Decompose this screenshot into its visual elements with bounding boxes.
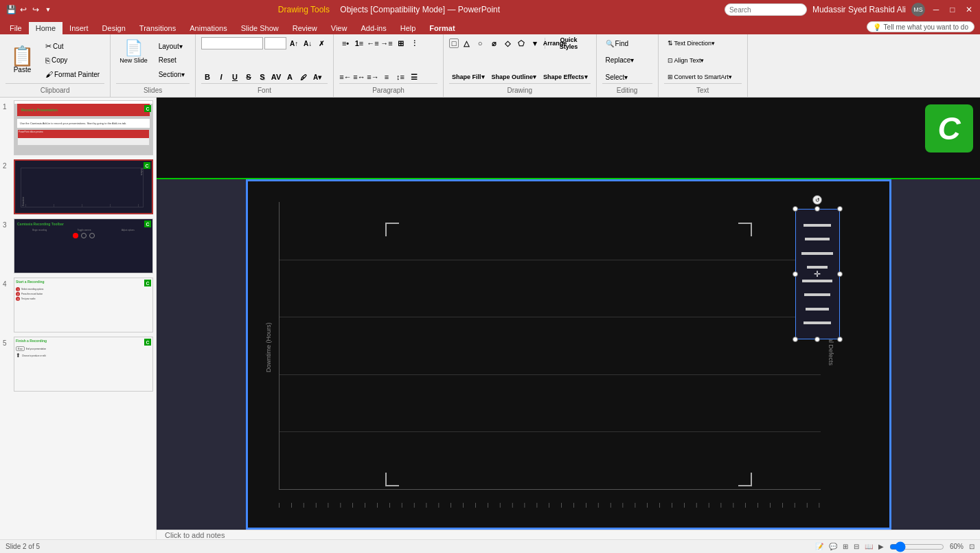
save-icon[interactable]: 💾 <box>5 4 16 15</box>
copy-button[interactable]: ⎘ Copy <box>42 54 103 67</box>
tell-me-box[interactable]: 💡 Tell me what you want to do <box>867 21 975 32</box>
section-button[interactable]: Section ▾ <box>155 68 188 80</box>
status-normal-view[interactable]: ⊞ <box>843 543 848 550</box>
tab-home[interactable]: Home <box>29 22 62 34</box>
shadow-button[interactable]: S <box>256 71 269 83</box>
tab-design[interactable]: Design <box>95 22 133 34</box>
shape-tool-1[interactable]: □ <box>449 38 459 48</box>
font-family-input[interactable] <box>201 37 263 49</box>
format-painter-button[interactable]: 🖌 Format Painter <box>42 68 103 80</box>
handle-tr[interactable] <box>837 206 843 212</box>
close-icon[interactable]: ✕ <box>964 4 975 15</box>
fit-slide-btn[interactable]: ⊡ <box>969 543 975 550</box>
minimize-icon[interactable]: ─ <box>931 4 942 15</box>
tab-addins[interactable]: Add-ins <box>354 22 393 34</box>
paste-button[interactable]: 📋 Paste <box>5 37 39 83</box>
tab-format[interactable]: Format <box>422 22 461 34</box>
handle-mr[interactable] <box>837 271 843 277</box>
reset-button[interactable]: Reset <box>155 54 188 67</box>
increase-indent-btn[interactable]: →≡ <box>380 37 393 49</box>
selected-object-container[interactable]: ↺ <box>795 209 840 339</box>
font-color-btn[interactable]: A <box>284 71 296 83</box>
align-justify-btn[interactable]: ≡ <box>380 71 393 83</box>
find-button[interactable]: 🔍 Find <box>602 37 652 49</box>
font-color-btn2[interactable]: A▾ <box>311 71 323 83</box>
shape-outline-btn[interactable]: Shape Outline▾ <box>489 71 540 83</box>
handle-tc[interactable] <box>814 206 820 212</box>
tab-transitions[interactable]: Transitions <box>133 22 183 34</box>
status-comments-icon[interactable]: 💬 <box>829 543 837 550</box>
tab-review[interactable]: Review <box>286 22 324 34</box>
slide-thumb-1[interactable]: C Record a Presentation Use the Camtasia… <box>14 100 153 155</box>
slide-item-1[interactable]: 1 C Record a Presentation Use the Camtas… <box>3 100 153 155</box>
tab-slideshow[interactable]: Slide Show <box>234 22 286 34</box>
text-direction-btn[interactable]: ⇅ Text Direction▾ <box>664 37 742 49</box>
shape-effects-btn[interactable]: Shape Effects▾ <box>540 71 591 83</box>
slide-item-3[interactable]: 3 C Camtasia Recording Toolbar Begin rec… <box>3 218 153 273</box>
new-slide-button[interactable]: 📄 New Slide <box>116 37 151 66</box>
shape-tool-3[interactable]: ○ <box>474 37 486 49</box>
undo-icon[interactable]: ↩ <box>18 4 29 15</box>
clear-format-btn[interactable]: ✗ <box>315 37 328 49</box>
slide-thumb-3[interactable]: C Camtasia Recording Toolbar Begin recor… <box>14 218 153 273</box>
replace-button[interactable]: Replace ▾ <box>602 54 652 67</box>
status-slide-sorter[interactable]: ⊟ <box>854 543 859 550</box>
status-reading-view[interactable]: 📖 <box>865 543 873 550</box>
align-center-btn[interactable]: ≡↔ <box>353 71 365 83</box>
zoom-slider[interactable] <box>889 541 944 552</box>
font-size-input[interactable]: 8 <box>264 37 286 49</box>
shape-more[interactable]: ▾ <box>529 37 541 49</box>
strikethrough-button[interactable]: S <box>242 71 255 83</box>
handle-tl[interactable] <box>793 206 798 212</box>
slide-thumb-4[interactable]: C Start a Recording 1 Select recording o… <box>14 278 153 332</box>
columns-btn[interactable]: ⋮ <box>408 37 420 49</box>
quick-styles-btn[interactable]: Quick Styles <box>562 37 575 49</box>
cut-button[interactable]: ✂ Cut <box>42 40 103 52</box>
tab-help[interactable]: Help <box>394 22 423 34</box>
char-spacing-btn[interactable]: AV <box>270 71 282 83</box>
shape-fill-btn[interactable]: Shape Fill▾ <box>449 71 488 83</box>
customize-icon[interactable]: ▼ <box>43 4 54 15</box>
align-left-btn[interactable]: ≡← <box>339 71 352 83</box>
tab-insert[interactable]: Insert <box>62 22 95 34</box>
numbering-btn[interactable]: 1≡ <box>353 37 365 49</box>
slide-thumb-2[interactable]: C Downtime Defects | | | | | <box>14 159 153 214</box>
columns2-btn[interactable]: ☰ <box>408 71 420 83</box>
smartart-btn[interactable]: ⊞ <box>394 37 407 49</box>
handle-br[interactable] <box>837 337 843 342</box>
align-right-btn[interactable]: ≡→ <box>367 71 379 83</box>
handle-bl[interactable] <box>793 337 798 342</box>
align-text-btn[interactable]: ⊡ Align Text▾ <box>664 54 742 67</box>
rotate-handle[interactable]: ↺ <box>812 195 822 205</box>
slide-canvas[interactable]: Downtime (Hours) Total Defects |||||||||… <box>246 179 891 530</box>
italic-button[interactable]: I <box>215 71 227 83</box>
search-input[interactable] <box>725 3 807 16</box>
line-spacing-btn[interactable]: ↕≡ <box>394 71 407 83</box>
tab-animations[interactable]: Animations <box>183 22 233 34</box>
maximize-icon[interactable]: □ <box>947 4 958 15</box>
layout-button[interactable]: Layout ▾ <box>155 40 188 52</box>
tab-view[interactable]: View <box>324 22 354 34</box>
shape-tool-4[interactable]: ⌀ <box>488 37 500 49</box>
shape-tool-2[interactable]: △ <box>460 37 472 49</box>
slide-item-2[interactable]: 2 C Downtime Defects | | | | | <box>3 159 153 214</box>
font-size-decrease[interactable]: A↓ <box>301 37 314 49</box>
status-notes-icon[interactable]: 📝 <box>815 543 823 550</box>
notes-bar[interactable]: Click to add notes <box>157 530 980 539</box>
tab-file[interactable]: File <box>3 22 29 34</box>
highlight-btn[interactable]: 🖊 <box>297 71 310 83</box>
slide-item-4[interactable]: 4 C Start a Recording 1 Select recording… <box>3 278 153 332</box>
shape-tool-6[interactable]: ⬠ <box>515 37 527 49</box>
decrease-indent-btn[interactable]: ←≡ <box>367 37 379 49</box>
bullets-btn[interactable]: ≡• <box>339 37 352 49</box>
status-slideshow[interactable]: ▶ <box>878 543 884 550</box>
underline-button[interactable]: U <box>229 71 241 83</box>
bold-button[interactable]: B <box>201 71 214 83</box>
shape-tool-5[interactable]: ◇ <box>501 37 514 49</box>
font-size-increase[interactable]: A↑ <box>288 37 300 49</box>
handle-bc[interactable] <box>814 337 820 342</box>
select-button[interactable]: Select ▾ <box>602 71 652 83</box>
slide-thumb-5[interactable]: C Finish a Recording Esc End your presen… <box>14 337 153 392</box>
convert-smartart-btn[interactable]: ⊞ Convert to SmartArt▾ <box>664 71 742 83</box>
redo-icon[interactable]: ↪ <box>30 4 41 15</box>
